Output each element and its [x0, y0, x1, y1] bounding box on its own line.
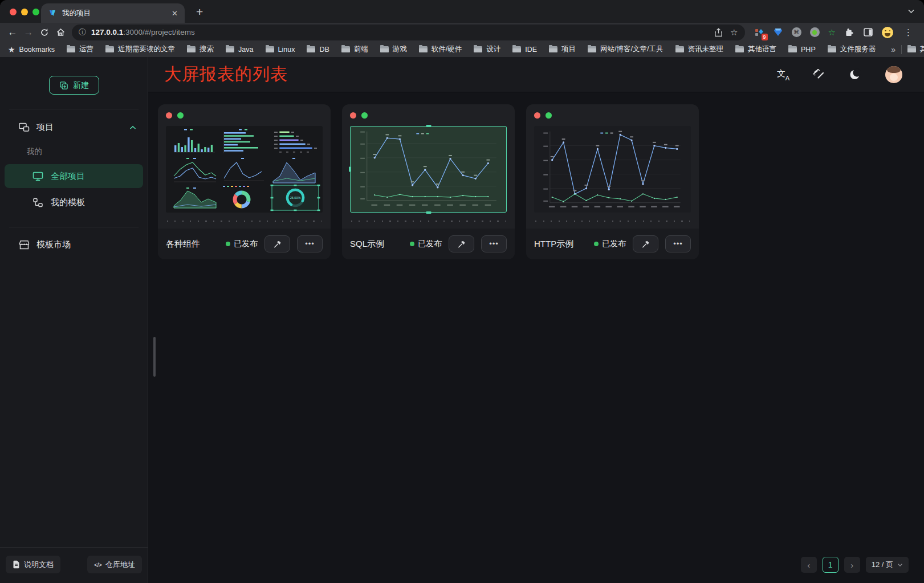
card-traffic-dots — [534, 112, 691, 119]
bookmark-folder[interactable]: 前端 — [341, 44, 368, 54]
minimize-window-button[interactable] — [21, 9, 28, 15]
project-card-sql[interactable]: SQL示例 已发布 ••• — [342, 104, 515, 259]
tab-close-icon[interactable]: ✕ — [172, 9, 178, 18]
more-options-button[interactable]: ••• — [297, 235, 323, 252]
project-card-http[interactable]: HTTP示例 已发布 ••• — [526, 104, 699, 259]
new-tab-button[interactable]: + — [196, 6, 203, 18]
content-scrollbar-thumb[interactable] — [153, 337, 156, 377]
edit-hammer-button[interactable] — [633, 235, 658, 252]
bookmark-folder[interactable]: 近期需要读的文章 — [105, 44, 175, 54]
tab-search-chevron-icon[interactable] — [907, 9, 915, 14]
bookmark-folder[interactable]: Java — [226, 46, 253, 54]
card-name: SQL示例 — [350, 239, 384, 250]
bookmark-folder[interactable]: IDE — [512, 46, 537, 54]
bookmark-folder[interactable]: PHP — [788, 46, 816, 54]
bookmark-folder[interactable]: 其他语言 — [735, 44, 776, 54]
star-icon: ★ — [8, 45, 15, 54]
extension-command-icon[interactable]: ⌘ — [792, 27, 801, 37]
sql-preview-chart — [350, 126, 507, 213]
edit-hammer-button[interactable] — [264, 235, 290, 252]
bookmark-folder[interactable]: 文件服务器 — [828, 44, 876, 54]
repo-button[interactable]: </> 仓库地址 — [87, 556, 142, 573]
prev-page-button[interactable]: ‹ — [801, 557, 817, 573]
sidebar-group-projects[interactable]: 项目 — [0, 109, 148, 133]
current-page-button[interactable]: 1 — [823, 557, 838, 573]
site-info-icon[interactable]: ⓘ — [79, 27, 86, 38]
docs-button[interactable]: 说明文档 — [6, 556, 60, 573]
folder-icon — [307, 46, 315, 52]
browser-menu-icon[interactable]: ⋮ — [902, 27, 915, 38]
tab-strip: 我的项目 ✕ + — [0, 0, 924, 23]
folder-icon — [675, 46, 684, 52]
status-dot — [410, 242, 414, 246]
profile-avatar[interactable] — [882, 27, 893, 38]
address-bar[interactable]: ⓘ 127.0.0.1:3000/#/project/items ☆ — [72, 25, 745, 40]
more-options-button[interactable]: ••• — [481, 235, 507, 252]
card-thumbnail-sql — [350, 126, 507, 213]
language-icon[interactable]: 文 A — [777, 69, 789, 80]
sidebar-footer: 说明文档 </> 仓库地址 — [0, 547, 148, 583]
card-footer: HTTP示例 已发布 ••• — [526, 229, 699, 259]
http-preview-chart — [534, 126, 691, 213]
extension-gem-icon[interactable] — [773, 27, 783, 38]
side-panel-icon[interactable] — [863, 27, 873, 38]
bookmarks-separator — [901, 45, 902, 54]
back-button[interactable]: ← — [5, 25, 21, 40]
reload-button[interactable] — [36, 25, 52, 40]
home-button[interactable] — [52, 25, 68, 40]
ellipsis-icon: ••• — [673, 241, 683, 247]
bookmark-folder[interactable]: 项目 — [549, 44, 576, 54]
bookmark-folder[interactable]: 搜索 — [187, 44, 214, 54]
folder-icon — [419, 46, 428, 52]
window-controls — [10, 9, 39, 15]
folder-icon — [549, 46, 557, 52]
sidebar-item-template-market[interactable]: 模板市场 — [0, 227, 148, 250]
bookmark-star-icon[interactable]: ☆ — [728, 27, 740, 38]
bookmarks-root[interactable]: ★Bookmarks — [8, 45, 55, 54]
zoom-window-button[interactable] — [32, 9, 39, 15]
forward-button[interactable]: → — [21, 25, 36, 40]
page-title: 大屏报表的列表 — [164, 63, 288, 86]
close-window-button[interactable] — [10, 9, 17, 15]
bookmark-folder[interactable]: 资讯未整理 — [675, 44, 724, 54]
browser-window: 我的项目 ✕ + ← → ⓘ 127.0.0.1:3000/#/project/… — [0, 0, 924, 583]
dark-mode-moon-icon[interactable] — [849, 68, 861, 81]
bookmark-folder[interactable]: 网站/博客/文章/工具 — [588, 44, 663, 54]
sidebar-item-my-templates[interactable]: 我的模板 — [5, 190, 143, 214]
main-area: 大屏报表的列表 文 A — [148, 57, 924, 583]
chevron-up-icon — [129, 125, 136, 130]
projects-icon — [18, 122, 30, 133]
bookmarks-overflow-chevron[interactable]: » — [891, 45, 895, 54]
bookmark-folder[interactable]: 游戏 — [380, 44, 407, 54]
extension-recorder-icon[interactable] — [810, 27, 820, 37]
components-preview-charts: 25.00% — [167, 126, 322, 213]
next-page-button[interactable]: › — [844, 557, 860, 573]
card-dotted-divider — [535, 221, 690, 222]
bookmark-folder[interactable]: 软件/硬件 — [419, 44, 462, 54]
folder-icon — [105, 46, 114, 52]
magic-wand-icon[interactable] — [813, 69, 825, 80]
bookmark-folder[interactable]: Linux — [266, 46, 295, 54]
project-card-components[interactable]: 25.00% 各种组件 已发布 — [158, 104, 331, 259]
card-dotted-divider — [351, 221, 506, 222]
browser-tab[interactable]: 我的项目 ✕ — [41, 3, 185, 23]
new-project-button[interactable]: 新建 — [49, 76, 99, 95]
page-size-select[interactable]: 12 / 页 — [866, 557, 909, 573]
bookmark-folder[interactable]: 运营 — [67, 44, 93, 54]
extension-star-icon[interactable]: ☆ — [828, 27, 836, 38]
more-options-button[interactable]: ••• — [665, 235, 691, 252]
user-avatar[interactable] — [885, 66, 902, 83]
edit-hammer-button[interactable] — [449, 235, 474, 252]
extension-grid-icon[interactable]: 9 — [754, 27, 764, 38]
card-traffic-dots — [350, 112, 507, 119]
folder-icon — [266, 46, 274, 52]
folder-icon — [226, 46, 234, 52]
other-bookmarks[interactable]: 其他书签 — [907, 44, 924, 54]
header-actions: 文 A — [777, 66, 902, 83]
bookmark-folder[interactable]: 设计 — [474, 44, 500, 54]
extensions-puzzle-icon[interactable] — [844, 27, 854, 38]
sidebar-my-label: 我的 — [0, 133, 148, 157]
share-icon[interactable] — [714, 28, 723, 37]
sidebar-item-all-projects[interactable]: 全部项目 — [5, 164, 143, 188]
bookmark-folder[interactable]: DB — [307, 46, 329, 54]
